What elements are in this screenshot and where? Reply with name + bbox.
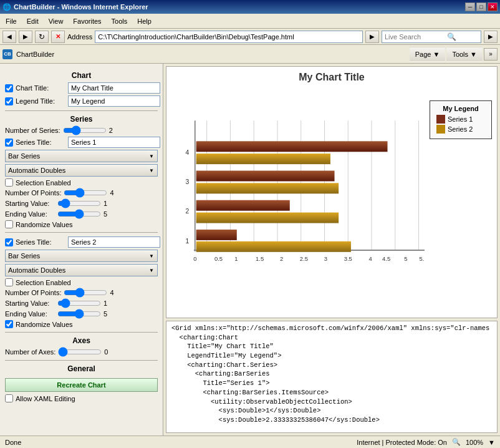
series1-start-row: Starting Value: 1 — [5, 199, 158, 208]
series2-start-slider-container: 1 — [57, 299, 158, 308]
series2-points-label: Number Of Points: — [5, 289, 61, 296]
num-series-slider[interactable] — [63, 126, 107, 135]
code-area[interactable]: <Grid xmlns:x="http://schemas.microsoft.… — [166, 321, 498, 433]
edit-menu[interactable]: Edit — [22, 15, 43, 27]
status-right: Internet | Protected Mode: On 🔍 100% ▼ — [357, 438, 495, 446]
view-menu[interactable]: View — [44, 15, 68, 27]
right-panel: My Chart Title — [163, 64, 500, 436]
forward-button[interactable]: ▶ — [19, 31, 32, 43]
code-line-5: <charting:Chart.Series> — [171, 361, 492, 370]
refresh-button[interactable]: ↻ — [35, 31, 49, 43]
toolbar: CB ChartBuilder Page ▼ Tools ▼ » — [0, 45, 500, 64]
address-input[interactable] — [95, 31, 363, 43]
bar-4-s2 — [196, 153, 330, 164]
svg-text:3: 3 — [324, 255, 327, 262]
series1-type-wrapper[interactable]: Bar Series Line Series Pie Series ▼ — [5, 150, 158, 162]
series2-start-value: 1 — [103, 299, 112, 307]
zoom-dropdown-icon[interactable]: ▼ — [488, 439, 495, 446]
code-line-8: <charting:BarSeries.ItemsSource> — [171, 388, 492, 397]
series1-mode-wrapper[interactable]: Automatic Doubles Manual ▼ — [5, 164, 158, 177]
series2-points-slider[interactable] — [64, 288, 107, 297]
site-favicon: CB — [2, 49, 12, 59]
bar-1-s2 — [196, 241, 351, 252]
tools-button[interactable]: Tools ▼ — [446, 47, 483, 62]
series1-title-input[interactable] — [68, 137, 160, 148]
search-go-button[interactable]: ▶ — [484, 31, 498, 43]
status-left: Done — [5, 439, 21, 446]
title-bar-controls[interactable]: ─ □ ✕ — [465, 2, 498, 11]
series1-title-checkbox[interactable] — [5, 139, 13, 147]
series1-end-value: 5 — [103, 210, 112, 218]
bar-2-s2 — [196, 213, 339, 223]
tools-menu[interactable]: Tools — [107, 15, 132, 27]
series1-mode-select[interactable]: Automatic Doubles Manual — [5, 164, 158, 177]
go-button[interactable]: ▶ — [365, 31, 379, 43]
num-axes-row: Number of Axes: 0 — [5, 348, 158, 356]
minimize-button[interactable]: ─ — [465, 2, 475, 11]
chart-title: My Chart Title — [171, 72, 492, 83]
legend-color-s1 — [436, 115, 445, 124]
series1-type-select[interactable]: Bar Series Line Series Pie Series — [5, 150, 158, 162]
favorites-menu[interactable]: Favorites — [69, 15, 105, 27]
allow-xaml-label: Allow XAML Editing — [16, 395, 75, 402]
series2-randomize-checkbox[interactable] — [5, 320, 13, 328]
menu-bar: File Edit View Favorites Tools Help — [0, 14, 500, 29]
series2-end-value: 5 — [103, 310, 112, 318]
chart-title-input[interactable] — [68, 82, 160, 94]
window-title: ChartBuilder - Windows Internet Explorer — [14, 3, 148, 11]
chart-title-checkbox[interactable] — [5, 84, 13, 92]
file-menu[interactable]: File — [1, 15, 21, 27]
chart-body: 4 3 2 1 — [171, 88, 425, 306]
toolbar-extra[interactable]: » — [484, 48, 498, 61]
series2-type-select[interactable]: Bar Series Line Series Pie Series — [5, 250, 158, 262]
back-button[interactable]: ◀ — [2, 31, 16, 43]
series2-start-slider[interactable] — [57, 299, 101, 308]
legend-title-checkbox[interactable] — [5, 97, 13, 105]
series2-end-slider[interactable] — [57, 309, 101, 318]
series2-type-wrapper[interactable]: Bar Series Line Series Pie Series ▼ — [5, 250, 158, 262]
code-line-10: <sys:Double>1</sys:Double> — [171, 406, 492, 416]
stop-button[interactable]: ✕ — [51, 31, 65, 43]
legend-color-s2 — [436, 125, 445, 134]
svg-text:1: 1 — [186, 238, 190, 245]
series2-selection-checkbox[interactable] — [5, 278, 13, 286]
series2-points-slider-container: 4 — [64, 288, 158, 297]
series2-title-input[interactable] — [68, 236, 160, 248]
page-button[interactable]: Page ▼ — [410, 47, 446, 62]
svg-text:2: 2 — [280, 255, 283, 262]
search-icon[interactable]: 🔍 — [447, 32, 456, 41]
series1-end-slider[interactable] — [57, 210, 101, 218]
series2-mode-wrapper[interactable]: Automatic Doubles Manual ▼ — [5, 264, 158, 276]
series1-start-slider-container: 1 — [57, 199, 158, 208]
help-menu[interactable]: Help — [133, 15, 156, 27]
series1-start-slider[interactable] — [57, 199, 101, 208]
bar-3-s2 — [196, 183, 339, 193]
recreate-chart-button[interactable]: Recreate Chart — [5, 378, 158, 392]
status-center: Internet | Protected Mode: On — [357, 439, 447, 446]
series1-selection-checkbox[interactable] — [5, 178, 13, 187]
divider-4 — [5, 360, 158, 361]
legend-title-row: Legend Title: — [5, 95, 158, 107]
allow-xaml-checkbox[interactable] — [5, 394, 13, 402]
search-input[interactable] — [385, 33, 447, 41]
series1-end-slider-container: 5 — [57, 210, 158, 218]
series2-start-label: Starting Value: — [5, 299, 55, 307]
svg-text:4: 4 — [186, 149, 190, 156]
series1-points-slider[interactable] — [64, 188, 107, 197]
legend-title-input[interactable] — [68, 95, 160, 107]
num-axes-slider[interactable] — [58, 348, 102, 356]
num-axes-slider-container: 0 — [58, 348, 158, 356]
code-line-9: <utility:ObservableObjectCollection> — [171, 397, 492, 407]
maximize-button[interactable]: □ — [476, 2, 486, 11]
title-bar-left: 🌐 ChartBuilder - Windows Internet Explor… — [2, 3, 148, 11]
svg-text:5.5: 5.5 — [420, 255, 425, 262]
num-series-value: 2 — [109, 127, 118, 134]
series1-points-slider-container: 4 — [64, 188, 158, 197]
close-button[interactable]: ✕ — [488, 2, 498, 11]
series2-mode-select[interactable]: Automatic Doubles Manual — [5, 264, 158, 276]
series1-randomize-checkbox[interactable] — [5, 220, 13, 228]
series1-points-row: Number Of Points: 4 — [5, 188, 158, 197]
chart-area: My Chart Title — [166, 66, 498, 318]
series2-randomize-row: Randomize Values — [5, 320, 158, 328]
series2-title-checkbox[interactable] — [5, 238, 13, 246]
